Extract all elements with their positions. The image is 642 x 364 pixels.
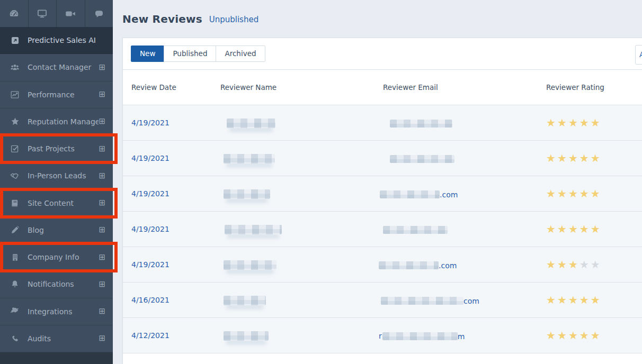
star-rating: ★★★★★ bbox=[546, 258, 602, 271]
sidebar-item-contact-manager[interactable]: Contact Manager ⊞ bbox=[0, 54, 113, 81]
video-camera-icon[interactable] bbox=[57, 0, 85, 27]
check-square-icon bbox=[10, 144, 20, 153]
redacted-name bbox=[227, 119, 275, 128]
reviewer-name-cell bbox=[220, 153, 383, 163]
table-row[interactable]: 4/19/2021 ★★★★★ bbox=[123, 141, 642, 176]
expand-plus-icon[interactable]: ⊞ bbox=[99, 307, 105, 315]
sidebar-item-predictive-sales-ai[interactable]: Predictive Sales AI bbox=[0, 27, 113, 54]
reviewer-email-cell: com bbox=[383, 295, 546, 305]
expand-plus-icon[interactable]: ⊞ bbox=[99, 172, 105, 180]
reviewer-email-cell bbox=[383, 224, 546, 234]
table-row[interactable]: 4/19/2021 ★★★★★ bbox=[123, 212, 642, 247]
dashboard-gauge-icon[interactable] bbox=[0, 0, 29, 27]
reviewer-email-cell: .com bbox=[383, 260, 546, 270]
reviewer-name-cell bbox=[220, 117, 383, 128]
building-icon bbox=[10, 253, 20, 261]
box-arrow-icon bbox=[10, 37, 20, 44]
chat-bubble-icon[interactable] bbox=[85, 0, 113, 27]
star-rating: ★★★★★ bbox=[546, 329, 602, 342]
main-content: New Reviews Unpublished New Published Ar… bbox=[113, 0, 642, 364]
review-date-cell: 4/19/2021 bbox=[123, 189, 220, 198]
sidebar-item-reputation-manager[interactable]: Reputation Manager ⊞ bbox=[0, 108, 113, 135]
sidebar-item-label: Site Content bbox=[28, 199, 99, 207]
redacted-email bbox=[390, 120, 452, 128]
page-status-label: Unpublished bbox=[209, 13, 258, 24]
sidebar-item-label: Blog bbox=[28, 226, 99, 234]
phone-icon bbox=[10, 334, 20, 342]
table-row[interactable]: 4/19/2021 .com ★★★★★ bbox=[123, 176, 642, 212]
sidebar-item-label: Past Projects bbox=[28, 144, 99, 153]
page-title: New Reviews bbox=[122, 13, 202, 25]
sidebar-item-past-projects[interactable]: Past Projects ⊞ bbox=[0, 135, 113, 162]
book-icon bbox=[10, 199, 20, 207]
expand-plus-icon[interactable]: ⊞ bbox=[99, 226, 105, 234]
expand-plus-icon[interactable]: ⊞ bbox=[99, 253, 105, 261]
sidebar-item-site-content[interactable]: Site Content ⊞ bbox=[0, 190, 113, 217]
expand-plus-icon[interactable]: ⊞ bbox=[99, 117, 105, 125]
users-icon bbox=[10, 62, 20, 72]
reviewer-rating-cell: ★★★★★ bbox=[546, 187, 642, 200]
reviewer-rating-cell: ★★★★★ bbox=[546, 258, 642, 271]
handshake-icon bbox=[10, 171, 20, 181]
table-row[interactable]: 4/12/2021 rm ★★★★★ bbox=[123, 318, 642, 353]
reviews-card: New Published Archived A Review Date Rev… bbox=[122, 38, 642, 364]
expand-plus-icon[interactable]: ⊞ bbox=[99, 199, 105, 207]
review-date-cell: 4/19/2021 bbox=[123, 119, 220, 127]
tab-group: New Published Archived bbox=[131, 46, 265, 62]
review-date-cell: 4/12/2021 bbox=[123, 331, 220, 340]
sidebar-item-integrations[interactable]: Integrations ⊞ bbox=[0, 298, 113, 325]
chart-line-icon bbox=[10, 90, 20, 99]
redacted-name bbox=[224, 189, 270, 199]
reviewer-name-cell bbox=[220, 259, 383, 270]
table-header: Review Date Reviewer Name Reviewer Email… bbox=[123, 70, 642, 105]
reviewer-rating-cell: ★★★★★ bbox=[546, 329, 642, 342]
redacted-email bbox=[390, 155, 454, 163]
sidebar-item-label: Predictive Sales AI bbox=[28, 36, 105, 44]
redacted-email bbox=[383, 226, 448, 234]
sidebar-item-company-info[interactable]: Company Info ⊞ bbox=[0, 244, 113, 271]
sidebar-item-audits[interactable]: Audits ⊞ bbox=[0, 325, 113, 352]
expand-plus-icon[interactable]: ⊞ bbox=[99, 145, 105, 153]
table-row[interactable]: 4/16/2021 com ★★★★★ bbox=[123, 283, 642, 318]
expand-plus-icon[interactable]: ⊞ bbox=[99, 63, 105, 71]
tab-archived[interactable]: Archived bbox=[216, 46, 265, 62]
redacted-name bbox=[224, 154, 275, 163]
table-row[interactable]: 4/19/2021 ★★★★★ bbox=[123, 105, 642, 141]
sidebar-item-label: In-Person Leads bbox=[28, 171, 99, 180]
add-review-button-partial[interactable]: A bbox=[635, 45, 642, 65]
redacted-name bbox=[224, 331, 269, 341]
plug-icon bbox=[10, 307, 20, 316]
bell-icon bbox=[10, 280, 20, 288]
column-header-reviewer-name: Reviewer Name bbox=[220, 83, 383, 92]
redacted-name bbox=[224, 296, 266, 305]
table-row[interactable]: 4/19/2021 .com ★★★★★ bbox=[123, 247, 642, 283]
sidebar-item-in-person-leads[interactable]: In-Person Leads ⊞ bbox=[0, 162, 113, 189]
sidebar-item-notifications[interactable]: Notifications ⊞ bbox=[0, 271, 113, 298]
redacted-email bbox=[379, 261, 439, 269]
column-header-reviewer-rating: Reviewer Rating bbox=[546, 83, 642, 92]
sidebar-top-icon-bar bbox=[0, 0, 113, 27]
tab-published[interactable]: Published bbox=[164, 46, 216, 62]
sidebar-item-label: Company Info bbox=[28, 253, 99, 261]
reviewer-email-cell bbox=[383, 118, 546, 128]
sidebar-item-label: Integrations bbox=[28, 307, 99, 316]
tab-new[interactable]: New bbox=[131, 46, 164, 62]
sidebar-item-performance[interactable]: Performance ⊞ bbox=[0, 81, 113, 108]
expand-plus-icon[interactable]: ⊞ bbox=[99, 90, 105, 98]
redacted-name bbox=[225, 225, 282, 234]
reviewer-name-cell bbox=[220, 188, 383, 199]
review-date-cell: 4/19/2021 bbox=[123, 154, 220, 162]
star-rating: ★★★★★ bbox=[546, 116, 602, 129]
review-date-cell: 4/19/2021 bbox=[123, 225, 220, 233]
redacted-name bbox=[224, 260, 277, 270]
sidebar-item-blog[interactable]: Blog ⊞ bbox=[0, 217, 113, 244]
star-rating: ★★★★★ bbox=[546, 294, 602, 306]
sidebar-item-label: Reputation Manager bbox=[28, 117, 99, 126]
star-icon bbox=[10, 117, 20, 126]
sidebar: Predictive Sales AI Contact Manager ⊞ Pe… bbox=[0, 0, 113, 364]
expand-plus-icon[interactable]: ⊞ bbox=[99, 334, 105, 342]
display-icon[interactable] bbox=[29, 0, 57, 27]
reviewer-name-cell bbox=[220, 330, 383, 341]
expand-plus-icon[interactable]: ⊞ bbox=[99, 280, 105, 288]
redacted-email bbox=[382, 332, 458, 340]
